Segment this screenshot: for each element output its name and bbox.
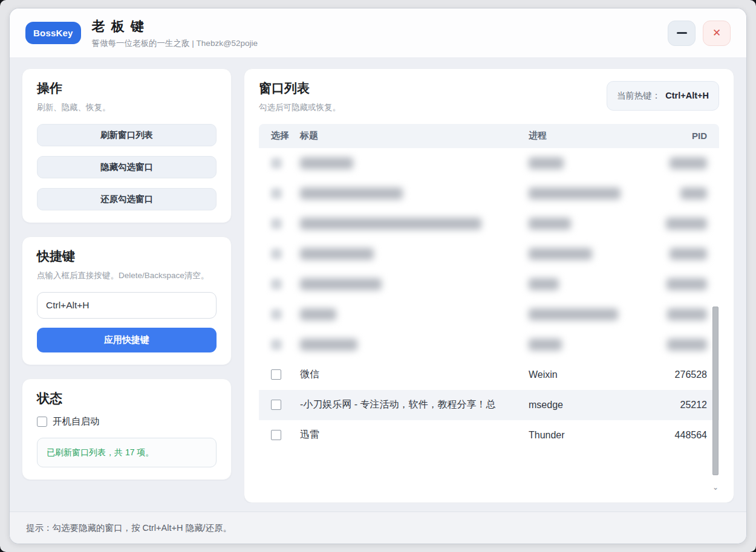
redacted-title-blob — [300, 308, 336, 320]
row-title-cell: 微信 — [300, 368, 529, 381]
redacted-title-blob — [300, 248, 374, 260]
row-process-cell: Weixin — [529, 369, 653, 380]
bosskey-window: BossKey 老 板 键 誓做每一位老板的一生之敌 | Thebzk@52po… — [9, 8, 747, 544]
restore-checked-windows-button[interactable]: 还原勾选窗口 — [37, 188, 217, 210]
current-hotkey-value: Ctrl+Alt+H — [665, 91, 709, 100]
redacted-checkbox-blob — [271, 339, 282, 350]
redacted-pid-blob — [670, 157, 707, 169]
table-row-redacted[interactable] — [259, 209, 719, 239]
table-row-redacted[interactable] — [259, 299, 719, 330]
actions-subtitle: 刷新、隐藏、恢复。 — [37, 102, 217, 114]
table-row-redacted[interactable] — [259, 239, 719, 269]
table-row[interactable]: 迅雷 Thunder 448564 — [259, 420, 719, 450]
close-icon: ✕ — [712, 27, 721, 39]
row-pid-cell: 25212 — [653, 400, 707, 411]
redacted-process-blob — [529, 278, 559, 290]
window-list-panel: 窗口列表 勾选后可隐藏或恢复。 当前热键： Ctrl+Alt+H 选择 标题 — [244, 68, 734, 503]
current-hotkey-label: 当前热键： — [617, 91, 661, 100]
row-checkbox[interactable] — [271, 400, 281, 410]
redacted-process-blob — [529, 339, 562, 351]
redacted-pid-blob — [666, 278, 707, 290]
window-list-titles: 窗口列表 勾选后可隐藏或恢复。 — [259, 80, 341, 114]
footer-tip: 提示：勾选要隐藏的窗口，按 Ctrl+Alt+H 隐藏/还原。 — [26, 522, 232, 534]
row-process-cell: Thunder — [529, 430, 653, 441]
window-table: 选择 标题 进程 PID — [259, 124, 719, 493]
window-list-title: 窗口列表 — [259, 80, 341, 97]
app-logo: BossKey — [25, 22, 81, 44]
autostart-row[interactable]: 开机自启动 — [37, 415, 217, 428]
app-title: 老 板 键 — [92, 18, 258, 36]
redacted-process-blob — [529, 157, 564, 169]
row-checkbox[interactable] — [271, 369, 281, 380]
redacted-checkbox-blob — [271, 279, 282, 290]
window-list-card: 窗口列表 勾选后可隐藏或恢复。 当前热键： Ctrl+Alt+H 选择 标题 — [244, 68, 734, 503]
table-row-redacted[interactable] — [259, 178, 719, 209]
hotkey-input[interactable] — [37, 292, 217, 319]
table-body: 微信 Weixin 276528 -小刀娱乐网 - 专注活动，软件，教程分享！总… — [259, 148, 719, 450]
actions-title: 操作 — [37, 80, 217, 97]
app-subtitle: 誓做每一位老板的一生之敌 | Thebzk@52pojie — [92, 38, 258, 49]
window-list-header: 窗口列表 勾选后可隐藏或恢复。 当前热键： Ctrl+Alt+H — [259, 80, 719, 114]
table-row-redacted[interactable] — [259, 330, 719, 360]
actions-card: 操作 刷新、隐藏、恢复。 刷新窗口列表 隐藏勾选窗口 还原勾选窗口 — [22, 68, 232, 223]
row-pid-cell: 276528 — [653, 369, 707, 380]
row-checkbox[interactable] — [271, 430, 281, 440]
hotkey-title: 快捷键 — [37, 248, 217, 265]
col-header-pid: PID — [653, 131, 707, 141]
close-button[interactable]: ✕ — [703, 21, 731, 46]
col-header-title: 标题 — [300, 130, 529, 141]
table-row-redacted[interactable] — [259, 269, 719, 299]
redacted-pid-blob — [670, 248, 707, 260]
window-list-subtitle: 勾选后可隐藏或恢复。 — [259, 102, 341, 114]
redacted-title-blob — [300, 339, 357, 351]
redacted-pid-blob — [667, 339, 707, 351]
status-card: 状态 开机自启动 已刷新窗口列表，共 17 项。 — [22, 378, 232, 480]
main-content: 操作 刷新、隐藏、恢复。 刷新窗口列表 隐藏勾选窗口 还原勾选窗口 快捷键 点输… — [10, 58, 746, 511]
redacted-pid-blob — [666, 218, 707, 230]
row-process-cell: msedge — [529, 400, 653, 411]
table-row[interactable]: -小刀娱乐网 - 专注活动，软件，教程分享！总 msedge 25212 — [259, 390, 719, 420]
scroll-down-icon[interactable]: ⌄ — [712, 483, 719, 493]
redacted-process-blob — [529, 308, 618, 320]
left-sidebar: 操作 刷新、隐藏、恢复。 刷新窗口列表 隐藏勾选窗口 还原勾选窗口 快捷键 点输… — [22, 68, 232, 503]
table-scrollbar[interactable]: ⌄ — [712, 148, 719, 493]
col-header-select: 选择 — [271, 130, 300, 141]
table-header-row: 选择 标题 进程 PID — [259, 124, 719, 148]
hotkey-card: 快捷键 点输入框后直接按键。Delete/Backspace清空。 应用快捷键 — [22, 236, 232, 365]
desktop-background: BossKey 老 板 键 誓做每一位老板的一生之敌 | Thebzk@52po… — [0, 0, 756, 552]
table-row[interactable]: 微信 Weixin 276528 — [259, 360, 719, 390]
col-header-process: 进程 — [529, 130, 653, 141]
scrollbar-thumb[interactable] — [712, 307, 719, 475]
autostart-checkbox[interactable] — [37, 417, 47, 427]
redacted-title-blob — [300, 218, 481, 230]
hide-checked-windows-button[interactable]: 隐藏勾选窗口 — [37, 156, 217, 178]
redacted-pid-blob — [680, 187, 707, 200]
status-message: 已刷新窗口列表，共 17 项。 — [47, 447, 154, 457]
table-row-redacted[interactable] — [259, 148, 719, 178]
minimize-button[interactable] — [668, 21, 696, 46]
apply-hotkey-button[interactable]: 应用快捷键 — [37, 328, 217, 352]
redacted-title-blob — [300, 278, 382, 290]
row-pid-cell: 448564 — [653, 430, 707, 441]
header-titles: 老 板 键 誓做每一位老板的一生之敌 | Thebzk@52pojie — [92, 18, 258, 49]
redacted-process-blob — [529, 218, 571, 230]
refresh-window-list-button[interactable]: 刷新窗口列表 — [37, 124, 217, 146]
redacted-checkbox-blob — [271, 309, 282, 320]
row-title-cell: 迅雷 — [300, 429, 529, 441]
redacted-checkbox-blob — [271, 188, 282, 199]
redacted-checkbox-blob — [271, 158, 282, 169]
autostart-label: 开机自启动 — [53, 415, 100, 428]
redacted-title-blob — [300, 187, 403, 200]
status-title: 状态 — [37, 390, 217, 407]
redacted-pid-blob — [667, 308, 707, 320]
hotkey-subtitle: 点输入框后直接按键。Delete/Backspace清空。 — [37, 270, 217, 282]
redacted-checkbox-blob — [271, 218, 282, 229]
redacted-process-blob — [529, 248, 592, 260]
status-message-box: 已刷新窗口列表，共 17 项。 — [37, 438, 217, 467]
current-hotkey-badge: 当前热键： Ctrl+Alt+H — [607, 81, 719, 111]
redacted-title-blob — [300, 157, 353, 169]
title-bar: BossKey 老 板 键 誓做每一位老板的一生之敌 | Thebzk@52po… — [10, 8, 746, 58]
redacted-process-blob — [529, 187, 621, 200]
redacted-checkbox-blob — [271, 248, 282, 259]
minimize-icon — [677, 32, 687, 34]
